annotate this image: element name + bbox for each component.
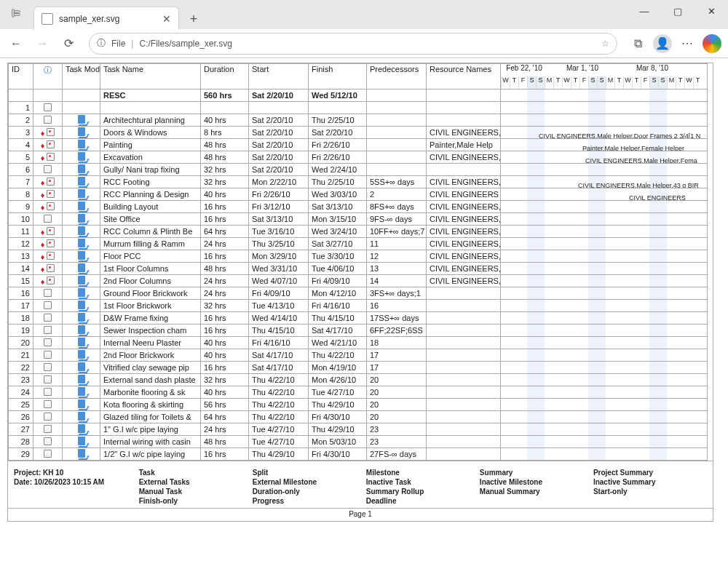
copilot-button[interactable]: [700, 32, 724, 55]
cell-name[interactable]: 2nd Floor Brickwork: [100, 349, 201, 362]
cell-pred[interactable]: 14: [367, 275, 427, 287]
close-tab-icon[interactable]: ✕: [162, 13, 171, 25]
cell-start[interactable]: Sat 2/20/10: [249, 164, 309, 176]
cell-pred[interactable]: 20: [367, 386, 427, 399]
cell-id[interactable]: 2: [9, 114, 33, 127]
cell-duration[interactable]: 48 hrs: [201, 263, 249, 275]
cell-pred[interactable]: [367, 164, 427, 176]
cell-duration[interactable]: 32 hrs: [201, 164, 249, 176]
col-resources[interactable]: Resource Names: [427, 64, 501, 89]
cell-start[interactable]: Thu 3/25/10: [249, 238, 309, 250]
cell-duration[interactable]: 16 hrs: [201, 325, 249, 337]
cell-id[interactable]: 3: [9, 127, 33, 139]
cell-pred[interactable]: 20: [367, 374, 427, 386]
cell-duration[interactable]: 40 hrs: [201, 386, 249, 399]
task-row[interactable]: 14♦1st Floor Columns48 hrsWed 3/31/10Tue…: [9, 263, 708, 275]
cell-duration[interactable]: 24 hrs: [201, 238, 249, 250]
cell-pred[interactable]: 13: [367, 263, 427, 275]
cell-name[interactable]: Painting: [100, 139, 201, 151]
cell-id[interactable]: 24: [9, 386, 33, 399]
cell-duration[interactable]: 24 hrs: [201, 275, 249, 287]
cell-id[interactable]: [9, 89, 33, 102]
cell-duration[interactable]: 16 hrs: [201, 201, 249, 213]
cell-start[interactable]: Sat 4/17/10: [249, 349, 309, 362]
cell-name[interactable]: Internal Neeru Plaster: [100, 337, 201, 349]
task-row[interactable]: 25Kota flooring & skirting56 hrsThu 4/22…: [9, 399, 708, 411]
cell-res[interactable]: [427, 374, 501, 386]
cell-pred[interactable]: 2: [367, 188, 427, 201]
cell-name[interactable]: Marbonite flooring & sk: [100, 386, 201, 399]
cell-start[interactable]: Wed 3/31/10: [249, 263, 309, 275]
cell-finish[interactable]: Tue 3/30/10: [309, 250, 367, 263]
cell-name[interactable]: Vitrified clay sewage pip: [100, 362, 201, 374]
cell-name[interactable]: 2nd Floor Columns: [100, 275, 201, 287]
cell-res[interactable]: [427, 89, 501, 102]
cell-res[interactable]: CIVIL ENGINEERS,M: [427, 127, 501, 139]
cell-name[interactable]: Excavation: [100, 151, 201, 164]
cell-start[interactable]: Fri 4/09/10: [249, 287, 309, 300]
cell-id[interactable]: 28: [9, 436, 33, 448]
task-row[interactable]: 28Internal wiring with casin48 hrsTue 4/…: [9, 436, 708, 448]
cell-duration[interactable]: 16 hrs: [201, 448, 249, 461]
cell-finish[interactable]: [309, 102, 367, 114]
cell-name[interactable]: Glazed tiling for Toilets &: [100, 411, 201, 423]
browser-tab[interactable]: sample_xer.svg ✕: [33, 7, 179, 30]
task-row[interactable]: 212nd Floor Brickwork40 hrsSat 4/17/10Th…: [9, 349, 708, 362]
cell-start[interactable]: [249, 102, 309, 114]
cell-pred[interactable]: 23: [367, 436, 427, 448]
cell-start[interactable]: Thu 4/22/10: [249, 411, 309, 423]
cell-res[interactable]: CIVIL ENGINEERS,M: [427, 201, 501, 213]
col-task-name[interactable]: Task Name: [100, 64, 201, 89]
close-window-button[interactable]: ✕: [695, 0, 728, 22]
task-row[interactable]: 10Site Office16 hrsSat 3/13/10Mon 3/15/1…: [9, 213, 708, 226]
cell-finish[interactable]: Mon 5/03/10: [309, 436, 367, 448]
cell-finish[interactable]: Mon 4/12/10: [309, 287, 367, 300]
cell-duration[interactable]: 48 hrs: [201, 436, 249, 448]
cell-duration[interactable]: 560 hrs: [201, 89, 249, 102]
task-row[interactable]: 23External sand dash plaste32 hrsThu 4/2…: [9, 374, 708, 386]
cell-pred[interactable]: 6FF;22SF;6SS: [367, 325, 427, 337]
cell-duration[interactable]: 64 hrs: [201, 411, 249, 423]
cell-start[interactable]: Mon 2/22/10: [249, 176, 309, 188]
cell-id[interactable]: 4: [9, 139, 33, 151]
task-row[interactable]: 24Marbonite flooring & sk40 hrsThu 4/22/…: [9, 386, 708, 399]
cell-name[interactable]: Sewer Inspection cham: [100, 325, 201, 337]
task-row[interactable]: 291/2" G.I w/c pipe laying16 hrsThu 4/29…: [9, 448, 708, 461]
cell-id[interactable]: 14: [9, 263, 33, 275]
cell-res[interactable]: [427, 349, 501, 362]
cell-name[interactable]: 1st Floor Columns: [100, 263, 201, 275]
cell-duration[interactable]: 24 hrs: [201, 423, 249, 436]
cell-pred[interactable]: 17: [367, 349, 427, 362]
cell-res[interactable]: Painter,Male Help: [427, 139, 501, 151]
cell-pred[interactable]: 17: [367, 362, 427, 374]
cell-finish[interactable]: Fri 4/16/10: [309, 300, 367, 312]
cell-name[interactable]: D&W Frame fixing: [100, 312, 201, 325]
cell-duration[interactable]: 40 hrs: [201, 114, 249, 127]
cell-name[interactable]: 1/2" G.I w/c pipe laying: [100, 448, 201, 461]
task-row[interactable]: 3♦Doors & Windows8 hrsSat 2/20/10Sat 2/2…: [9, 127, 708, 139]
cell-start[interactable]: Wed 4/14/10: [249, 312, 309, 325]
cell-id[interactable]: 12: [9, 238, 33, 250]
cell-finish[interactable]: Fri 2/26/10: [309, 151, 367, 164]
cell-res[interactable]: CIVIL ENGINEERS,M: [427, 176, 501, 188]
task-row[interactable]: 9♦Building Layout16 hrsFri 3/12/10Sat 3/…: [9, 201, 708, 213]
cell-start[interactable]: Tue 4/13/10: [249, 300, 309, 312]
task-row[interactable]: 13♦Floor PCC16 hrsMon 3/29/10Tue 3/30/10…: [9, 250, 708, 263]
cell-finish[interactable]: Thu 4/22/10: [309, 349, 367, 362]
cell-name[interactable]: Doors & Windows: [100, 127, 201, 139]
task-row[interactable]: 4♦Painting48 hrsSat 2/20/10Fri 2/26/10Pa…: [9, 139, 708, 151]
cell-pred[interactable]: 20: [367, 399, 427, 411]
task-row[interactable]: 12♦Murrum filling & Ramm24 hrsThu 3/25/1…: [9, 238, 708, 250]
cell-res[interactable]: [427, 325, 501, 337]
cell-start[interactable]: Thu 4/29/10: [249, 448, 309, 461]
cell-finish[interactable]: Thu 2/25/10: [309, 114, 367, 127]
cell-finish[interactable]: Fri 4/30/10: [309, 411, 367, 423]
cell-name[interactable]: Building Layout: [100, 201, 201, 213]
task-row[interactable]: 1: [9, 102, 708, 114]
cell-start[interactable]: Fri 3/12/10: [249, 201, 309, 213]
cell-finish[interactable]: Sat 3/13/10: [309, 201, 367, 213]
cell-duration[interactable]: 48 hrs: [201, 139, 249, 151]
cell-res[interactable]: [427, 448, 501, 461]
cell-name[interactable]: Architechtural planning: [100, 114, 201, 127]
cell-start[interactable]: Mon 3/29/10: [249, 250, 309, 263]
